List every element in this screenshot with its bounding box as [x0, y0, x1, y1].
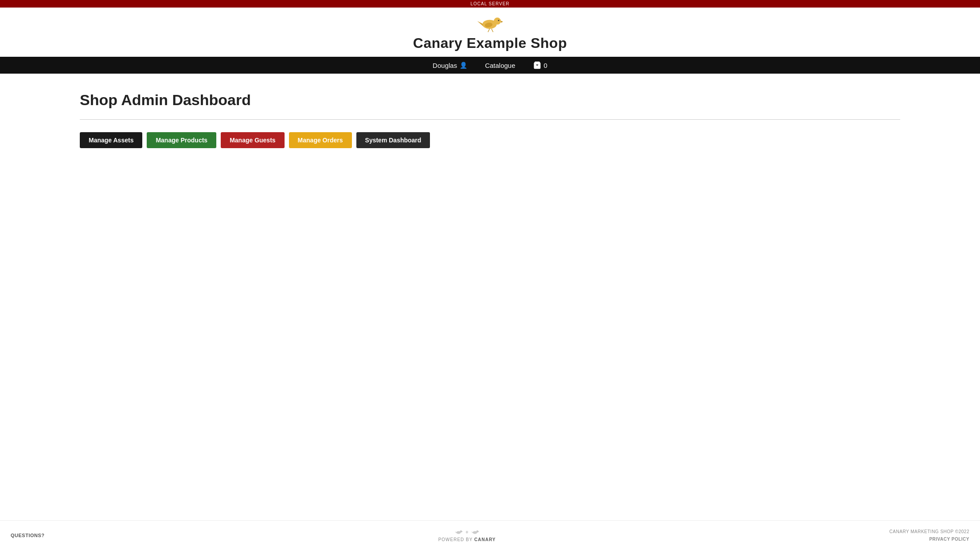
manage-products-button[interactable]: Manage Products	[147, 132, 216, 148]
footer-copyright: CANARY MARKETING SHOP ©2022	[890, 529, 969, 534]
svg-point-14	[476, 530, 479, 532]
footer-right: CANARY MARKETING SHOP ©2022 PRIVACY POLI…	[890, 528, 969, 543]
svg-point-9	[460, 530, 462, 532]
svg-point-3	[498, 20, 499, 21]
manage-guests-button[interactable]: Manage Guests	[221, 132, 284, 148]
banner-text: LOCAL SERVER	[470, 1, 509, 6]
navbar: Douglas 👤 Catalogue 0	[0, 57, 980, 74]
footer-bird-row: +	[455, 529, 479, 535]
svg-line-6	[488, 29, 489, 32]
cart-count-label: 0	[544, 62, 547, 69]
local-server-banner: LOCAL SERVER	[0, 0, 980, 8]
footer-brand: CANARY	[474, 537, 496, 542]
footer-privacy-link[interactable]: PRIVACY POLICY	[890, 535, 969, 543]
svg-marker-10	[462, 531, 463, 532]
system-dashboard-button[interactable]: System Dashboard	[356, 132, 430, 148]
page-title: Shop Admin Dashboard	[80, 91, 900, 109]
svg-marker-4	[477, 21, 483, 27]
nav-user-label: Douglas	[433, 62, 457, 69]
nav-cart-link[interactable]: 0	[533, 61, 547, 69]
footer-bird-right-icon	[471, 529, 479, 535]
admin-button-row: Manage Assets Manage Products Manage Gue…	[80, 132, 900, 148]
user-icon: 👤	[460, 62, 467, 69]
svg-marker-15	[478, 531, 479, 532]
footer-bird-left-icon	[455, 529, 463, 535]
site-header: Canary Example Shop	[0, 8, 980, 57]
footer-center: + POWERED BY CANARY	[438, 529, 496, 542]
svg-marker-2	[501, 21, 503, 23]
svg-marker-12	[455, 531, 457, 533]
nav-catalogue-label: Catalogue	[485, 62, 515, 69]
site-title: Canary Example Shop	[413, 35, 567, 51]
footer-questions[interactable]: QUESTIONS?	[11, 533, 45, 538]
nav-catalogue-link[interactable]: Catalogue	[485, 62, 515, 69]
footer: QUESTIONS? + POWERED BY CANARY	[0, 520, 980, 550]
nav-user-link[interactable]: Douglas 👤	[433, 62, 467, 69]
footer-powered-text: POWERED BY CANARY	[438, 537, 496, 542]
svg-point-16	[477, 531, 478, 531]
manage-orders-button[interactable]: Manage Orders	[289, 132, 352, 148]
svg-line-7	[491, 29, 493, 32]
svg-marker-17	[471, 531, 473, 533]
main-content: Shop Admin Dashboard Manage Assets Manag…	[0, 74, 980, 520]
canary-logo-icon	[477, 15, 504, 32]
svg-point-11	[461, 531, 461, 531]
footer-plus-icon: +	[465, 529, 469, 535]
manage-assets-button[interactable]: Manage Assets	[80, 132, 142, 148]
cart-icon	[533, 61, 541, 69]
svg-point-1	[494, 18, 501, 25]
divider	[80, 119, 900, 120]
